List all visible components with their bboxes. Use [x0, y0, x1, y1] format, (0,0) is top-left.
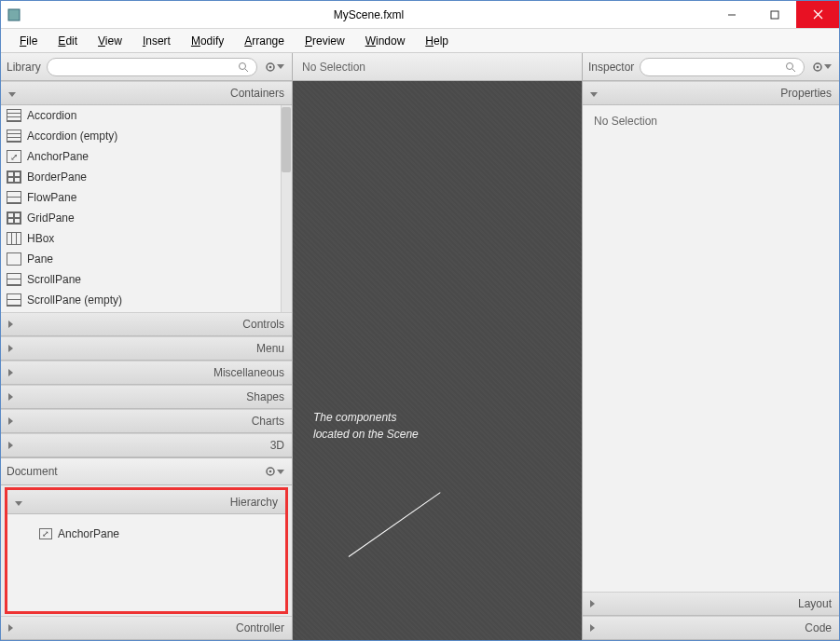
svg-point-11	[787, 62, 793, 69]
list-item[interactable]: Accordion (empty)	[1, 126, 292, 146]
hierarchy-panel-highlighted: Hierarchy ⤢ AnchorPane	[5, 487, 288, 614]
list-item[interactable]: ⤢AnchorPane	[1, 146, 292, 167]
svg-rect-2	[771, 11, 778, 19]
left-panel: Library Containers Acc	[1, 53, 293, 640]
gear-icon	[265, 466, 276, 477]
inspector-no-selection: No Selection	[594, 115, 657, 128]
inspector-header: Inspector	[583, 53, 839, 81]
annotation-text: The components located on the Scene	[313, 409, 419, 443]
list-item[interactable]: FlowPane	[1, 187, 292, 208]
chevron-down-icon	[15, 501, 22, 506]
svg-line-12	[792, 69, 795, 72]
svg-point-10	[269, 471, 272, 473]
menu-insert[interactable]: Insert	[133, 32, 180, 50]
section-menu[interactable]: Menu	[1, 336, 292, 361]
selection-status: No Selection	[302, 61, 365, 74]
scrollbar-thumb[interactable]	[282, 107, 291, 172]
chevron-right-icon	[8, 442, 13, 449]
list-item[interactable]: ScrollPane (empty)	[1, 290, 292, 310]
menu-view[interactable]: View	[89, 32, 131, 50]
search-icon	[785, 61, 796, 73]
section-charts[interactable]: Charts	[1, 409, 292, 433]
library-menu-button[interactable]	[263, 61, 286, 73]
list-item[interactable]: GridPane	[1, 208, 292, 228]
list-item[interactable]: ScrollPane	[1, 269, 292, 290]
library-title: Library	[7, 61, 41, 74]
svg-point-14	[817, 65, 819, 68]
list-item[interactable]: BorderPane	[1, 167, 292, 187]
hierarchy-tree: ⤢ AnchorPane	[7, 514, 285, 611]
gear-icon	[265, 61, 276, 73]
chevron-right-icon	[8, 369, 13, 376]
center-panel: No Selection The components located on t…	[293, 53, 582, 640]
scrollbar[interactable]	[281, 105, 292, 312]
section-shapes[interactable]: Shapes	[1, 385, 292, 409]
inspector-menu-button[interactable]	[810, 61, 833, 73]
chevron-right-icon	[8, 417, 13, 425]
svg-point-8	[269, 65, 272, 68]
chevron-right-icon	[8, 345, 13, 352]
inspector-title: Inspector	[588, 61, 634, 74]
list-item[interactable]: Accordion	[1, 105, 292, 126]
chevron-right-icon	[8, 624, 13, 632]
section-controller[interactable]: Controller	[1, 616, 292, 640]
chevron-down-icon	[277, 64, 284, 69]
chevron-down-icon	[590, 92, 598, 97]
section-properties[interactable]: Properties	[583, 81, 839, 105]
section-miscellaneous[interactable]: Miscellaneous	[1, 361, 292, 385]
svg-line-6	[245, 69, 248, 72]
section-layout[interactable]: Layout	[583, 592, 839, 616]
inspector-search-input[interactable]	[640, 58, 805, 76]
section-controls[interactable]: Controls	[1, 312, 292, 336]
menu-arrange[interactable]: Arrange	[235, 32, 294, 50]
library-search-input[interactable]	[47, 58, 257, 76]
design-canvas[interactable]: The components located on the Scene	[293, 81, 582, 640]
section-containers[interactable]: Containers	[1, 81, 292, 105]
library-header: Library	[1, 53, 292, 81]
section-code[interactable]: Code	[583, 616, 839, 640]
document-title: Document	[7, 465, 58, 478]
menubar: File Edit View Insert Modify Arrange Pre…	[1, 29, 839, 53]
right-panel: Inspector Properties No Selection Layout…	[582, 53, 839, 640]
app-window: MyScene.fxml File Edit View Insert Modif…	[0, 0, 840, 641]
section-label: Containers	[230, 87, 284, 100]
maximize-button[interactable]	[753, 1, 796, 28]
section-hierarchy[interactable]: Hierarchy	[7, 490, 285, 514]
chevron-right-icon	[8, 320, 13, 328]
canvas-header: No Selection	[293, 53, 582, 81]
search-icon	[238, 61, 249, 73]
menu-help[interactable]: Help	[416, 32, 458, 50]
menu-preview[interactable]: Preview	[296, 32, 354, 50]
list-item[interactable]: HBox	[1, 228, 292, 249]
chevron-down-icon	[277, 470, 284, 474]
chevron-down-icon	[824, 64, 832, 69]
chevron-right-icon	[590, 624, 595, 632]
close-button[interactable]	[796, 1, 839, 28]
titlebar: MyScene.fxml	[1, 1, 839, 29]
menu-window[interactable]: Window	[356, 32, 415, 50]
library-containers-list: Accordion Accordion (empty) ⤢AnchorPane …	[1, 105, 292, 312]
document-menu-button[interactable]	[263, 466, 286, 477]
section-3d[interactable]: 3D	[1, 433, 292, 457]
gear-icon	[812, 61, 823, 73]
svg-rect-0	[8, 9, 20, 20]
annotation-arrow	[349, 492, 441, 557]
menu-modify[interactable]: Modify	[182, 32, 233, 50]
list-item[interactable]: Pane	[1, 249, 292, 269]
anchorpane-icon: ⤢	[39, 528, 52, 539]
menu-file[interactable]: File	[10, 32, 47, 50]
hierarchy-item-anchorpane[interactable]: ⤢ AnchorPane	[15, 524, 278, 544]
svg-point-5	[240, 62, 246, 69]
window-title: MyScene.fxml	[27, 8, 710, 21]
chevron-down-icon	[8, 92, 16, 97]
inspector-body: No Selection	[583, 105, 839, 592]
chevron-right-icon	[590, 600, 595, 607]
chevron-right-icon	[8, 393, 13, 401]
minimize-button[interactable]	[710, 1, 753, 28]
menu-edit[interactable]: Edit	[48, 32, 87, 50]
document-header: Document	[1, 457, 292, 485]
app-icon	[1, 8, 27, 21]
